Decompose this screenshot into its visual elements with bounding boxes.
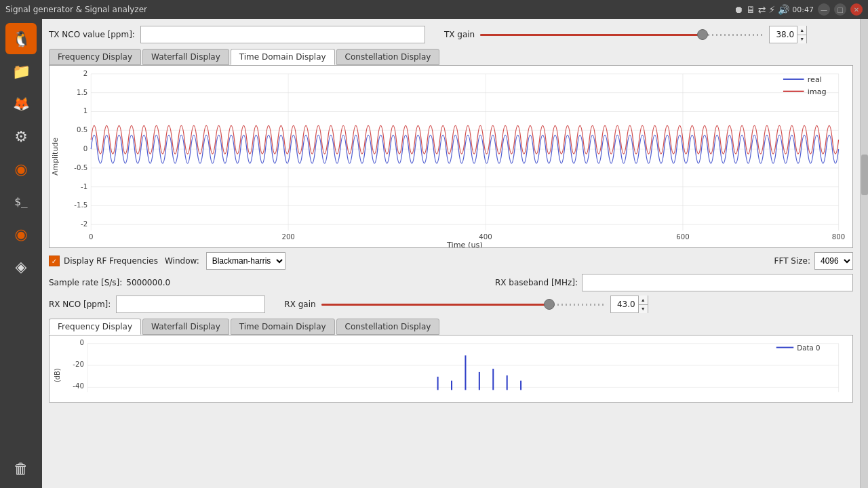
fft-size-label: FFT Size: <box>774 256 810 266</box>
minimize-button[interactable]: — <box>818 3 830 16</box>
rx-gain-value-box: 43.0 ▲ ▼ <box>610 296 648 313</box>
main-content: TX NCO value [ppm]: 0 TX gain 38.0 ▲ ▼ <box>42 19 860 488</box>
bottom-tab-waterfall-display[interactable]: Waterfall Display <box>142 319 229 335</box>
baseband-group: RX baseband [MHz]: 100 <box>495 274 853 291</box>
transfer-icon: ⇄ <box>758 4 766 15</box>
info-row: Sample rate [S/s]: 5000000.0 RX baseband… <box>49 274 853 291</box>
svg-text:-1.5: -1.5 <box>74 202 87 209</box>
svg-text:0: 0 <box>80 339 85 346</box>
bottom-tab-constellation-display[interactable]: Constellation Display <box>336 319 440 335</box>
sidebar-item-orange2[interactable]: ◉ <box>5 218 37 249</box>
bottom-chart-svg: 0 -20 -40 (dB) <box>50 336 852 402</box>
svg-text:-40: -40 <box>73 383 84 390</box>
rx-gain-up[interactable]: ▲ <box>639 296 648 305</box>
sample-rate-value: 5000000.0 <box>126 278 170 287</box>
display-rf-row: ✓ Display RF Frequencies <box>49 256 158 266</box>
sample-rate-group: Sample rate [S/s]: 5000000.0 <box>49 278 170 287</box>
rx-nco-input[interactable]: 0 <box>116 296 265 313</box>
tab-time-domain-display[interactable]: Time Domain Display <box>231 49 335 65</box>
close-button[interactable]: ✕ <box>850 3 863 16</box>
tx-gain-up[interactable]: ▲ <box>797 26 806 35</box>
svg-rect-45 <box>507 375 508 390</box>
scrollbar[interactable] <box>860 19 868 488</box>
tx-nco-label: TX NCO value [ppm]: <box>49 30 135 39</box>
svg-text:-1: -1 <box>81 183 87 190</box>
window-select[interactable]: Blackman-harris <box>206 252 285 270</box>
terminal-icon: $_ <box>14 195 27 208</box>
display-rf-label: Display RF Frequencies <box>64 256 158 266</box>
svg-text:0: 0 <box>89 233 93 241</box>
settings-icon: ⚙ <box>14 128 28 145</box>
rx-gain-value: 43.0 <box>611 300 638 309</box>
svg-text:1: 1 <box>83 108 87 115</box>
rx-gain-track[interactable] <box>321 298 606 311</box>
svg-text:600: 600 <box>676 233 689 241</box>
sample-rate-label: Sample rate [S/s]: <box>49 278 122 287</box>
svg-text:real: real <box>808 75 822 84</box>
bottom-tab-frequency-display[interactable]: Frequency Display <box>49 319 141 335</box>
tx-gain-value-box: 38.0 ▲ ▼ <box>769 26 807 43</box>
tx-nco-input[interactable]: 0 <box>140 26 425 43</box>
tx-gain-thumb[interactable] <box>697 29 708 40</box>
rx-nco-label: RX NCO [ppm]: <box>49 300 111 309</box>
tx-gain-slider-container: 38.0 ▲ ▼ <box>480 26 807 43</box>
rx-gain-thumb[interactable] <box>544 299 555 310</box>
sidebar-item-trash[interactable]: 🗑 <box>5 453 37 484</box>
tx-gain-track[interactable] <box>480 28 765 41</box>
window-title: Signal generator & Signal analyzer <box>5 5 147 14</box>
svg-text:0.5: 0.5 <box>77 126 87 134</box>
fft-size-select[interactable]: 4096 <box>814 252 853 270</box>
bottom-chart: 0 -20 -40 (dB) <box>49 335 853 403</box>
svg-text:-2: -2 <box>81 220 87 228</box>
svg-rect-42 <box>465 355 466 390</box>
ubuntu-icon: 🐧 <box>12 30 31 47</box>
svg-text:-20: -20 <box>73 361 84 368</box>
clock: 00:47 <box>792 5 814 14</box>
tab-constellation-display[interactable]: Constellation Display <box>336 49 440 65</box>
svg-text:(dB): (dB) <box>54 368 61 382</box>
analyzer-icon: ◈ <box>16 258 27 275</box>
sidebar-item-analyzer[interactable]: ◈ <box>5 251 37 282</box>
system-tray: ⏺ 🖥 ⇄ ⚡ 🔊 00:47 <box>734 4 814 15</box>
sidebar-item-firefox[interactable]: 🦊 <box>5 88 37 119</box>
svg-text:Time (us): Time (us) <box>446 241 483 247</box>
tab-frequency-display[interactable]: Frequency Display <box>49 49 141 65</box>
sidebar-item-files[interactable]: 📁 <box>5 56 37 87</box>
files-icon: 📁 <box>12 63 31 80</box>
baseband-input[interactable]: 100 <box>582 274 853 291</box>
orange2-icon: ◉ <box>14 226 27 243</box>
tx-gain-down[interactable]: ▼ <box>797 35 806 44</box>
svg-text:-0.5: -0.5 <box>74 164 87 171</box>
tx-row: TX NCO value [ppm]: 0 TX gain 38.0 ▲ ▼ <box>49 26 853 43</box>
svg-text:200: 200 <box>281 233 294 241</box>
trash-icon: 🗑 <box>14 460 28 477</box>
sidebar: 🐧 📁 🦊 ⚙ ◉ $_ ◉ ◈ 🗑 <box>0 19 42 488</box>
rx-row: RX NCO [ppm]: 0 RX gain 43.0 ▲ ▼ <box>49 296 853 313</box>
rx-gain-slider-container: 43.0 ▲ ▼ <box>321 296 648 313</box>
window-label: Window: <box>165 256 199 266</box>
tab-waterfall-display[interactable]: Waterfall Display <box>142 49 229 65</box>
svg-text:imag: imag <box>808 87 827 96</box>
tx-gain-label: TX gain <box>444 30 475 39</box>
bluetooth-icon: ⚡ <box>768 4 775 15</box>
controls-right: FFT Size: 4096 <box>774 252 853 270</box>
scrollbar-thumb[interactable] <box>861 155 868 195</box>
sidebar-item-settings[interactable]: ⚙ <box>5 121 37 152</box>
bottom-tab-time-domain-display[interactable]: Time Domain Display <box>231 319 335 335</box>
sidebar-item-orange1[interactable]: ◉ <box>5 153 37 184</box>
svg-rect-47 <box>451 381 452 390</box>
rx-gain-down[interactable]: ▼ <box>639 305 648 314</box>
maximize-button[interactable]: □ <box>834 3 846 16</box>
svg-text:400: 400 <box>479 233 492 241</box>
controls-left: ✓ Display RF Frequencies Window: Blackma… <box>49 252 285 270</box>
svg-rect-43 <box>479 372 480 390</box>
firefox-icon: 🦊 <box>13 96 30 112</box>
display-rf-checkbox[interactable]: ✓ <box>49 256 60 266</box>
top-tab-bar: Frequency Display Waterfall Display Time… <box>49 49 853 65</box>
sidebar-item-ubuntu[interactable]: 🐧 <box>5 23 37 54</box>
bottom-tab-bar: Frequency Display Waterfall Display Time… <box>49 319 853 335</box>
sidebar-item-terminal[interactable]: $_ <box>5 186 37 217</box>
tx-gain-value: 38.0 <box>770 30 797 39</box>
record-icon: ⏺ <box>734 4 743 15</box>
svg-rect-46 <box>520 381 521 390</box>
